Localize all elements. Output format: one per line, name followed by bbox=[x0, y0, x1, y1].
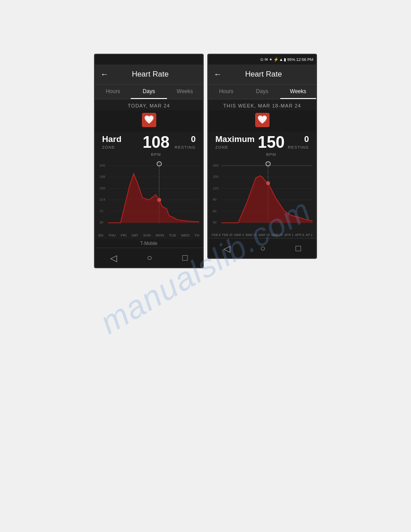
right-top-bar: ← Heart Rate bbox=[208, 64, 316, 84]
right-x-label-7: APR 8 bbox=[295, 233, 304, 236]
right-resting-label: RESTING bbox=[288, 145, 309, 150]
svg-marker-15 bbox=[108, 173, 199, 223]
left-resting-label: RESTING bbox=[174, 145, 196, 150]
right-status-icons: ⊙ ✉ ✦ ⚡ ▲ ▮ 95% 12:56 PM bbox=[260, 57, 313, 62]
left-status-bar-placeholder bbox=[95, 55, 203, 64]
right-date-header: THIS WEEK, MAR 18-MAR 24 bbox=[208, 99, 316, 110]
right-zone-label: ZONE bbox=[215, 145, 255, 150]
svg-text:114: 114 bbox=[99, 197, 106, 202]
right-x-labels: FEB 8 FEB 25 MAR 4 MAR 11 MAR 18 MAR 25 … bbox=[208, 232, 316, 238]
left-x-label-4: SUN bbox=[143, 233, 151, 237]
right-tab-hours[interactable]: Hours bbox=[208, 85, 244, 99]
left-date-header: TODAY, MAR 24 bbox=[95, 99, 203, 110]
left-bottom-nav: ◁ ○ □ bbox=[95, 248, 203, 267]
left-nav-home[interactable]: ○ bbox=[147, 253, 152, 263]
right-x-label-2: MAR 4 bbox=[234, 233, 244, 236]
left-heart-icon-container bbox=[95, 110, 203, 132]
left-tab-weeks[interactable]: Weeks bbox=[167, 85, 203, 99]
svg-text:30: 30 bbox=[99, 220, 103, 224]
right-nav-recent[interactable]: □ bbox=[295, 243, 301, 253]
right-stats-row: Maximum ZONE 150 BPM 0 RESTING bbox=[208, 132, 316, 159]
right-status-bar: ⊙ ✉ ✦ ⚡ ▲ ▮ 95% 12:56 PM bbox=[208, 55, 316, 64]
left-x-label-3: SAT bbox=[132, 233, 138, 237]
right-x-label-5: MAR 25 bbox=[271, 233, 283, 236]
battery-icon: ▮ bbox=[284, 57, 286, 62]
left-bpm-label: BPM bbox=[138, 152, 174, 157]
right-bpm-value: 150 bbox=[255, 134, 288, 150]
left-phone: ← Heart Rate Hours Days Weeks TODAY, MAR… bbox=[94, 54, 204, 268]
right-title: Heart Rate bbox=[227, 70, 300, 79]
left-tab-hours[interactable]: Hours bbox=[95, 85, 131, 99]
right-nav-home[interactable]: ○ bbox=[260, 243, 265, 253]
svg-text:198: 198 bbox=[99, 175, 106, 179]
right-back-button[interactable]: ← bbox=[214, 70, 222, 79]
left-back-button[interactable]: ← bbox=[100, 70, 108, 79]
left-bpm-value: 108 bbox=[138, 134, 174, 150]
left-heart-icon bbox=[142, 113, 156, 127]
left-zone-label: ZONE bbox=[102, 145, 138, 150]
right-tab-days[interactable]: Days bbox=[244, 85, 280, 99]
svg-text:90: 90 bbox=[213, 197, 217, 202]
right-heart-icon bbox=[255, 113, 270, 127]
mail-icon: ✉ bbox=[265, 57, 268, 62]
left-stat-bpm: 108 BPM bbox=[138, 134, 174, 157]
left-x-label-6: TUE bbox=[169, 233, 176, 237]
svg-text:72: 72 bbox=[99, 209, 103, 213]
left-tab-bar: Hours Days Weeks bbox=[95, 84, 203, 99]
left-nav-back[interactable]: ◁ bbox=[110, 253, 117, 263]
left-tab-days[interactable]: Days bbox=[131, 85, 167, 99]
phones-container: ← Heart Rate Hours Days Weeks TODAY, MAR… bbox=[94, 54, 317, 268]
location-icon: ✦ bbox=[269, 57, 273, 62]
left-stats-row: Hard ZONE 108 BPM 0 RESTING bbox=[95, 132, 203, 159]
svg-text:240: 240 bbox=[99, 163, 106, 167]
svg-text:30: 30 bbox=[213, 220, 217, 224]
svg-point-16 bbox=[158, 198, 161, 202]
right-zone-value: Maximum bbox=[215, 134, 255, 144]
right-bpm-label: BPM bbox=[255, 152, 288, 157]
right-resting-value: 0 bbox=[288, 134, 309, 144]
right-x-label-3: MAR 11 bbox=[245, 233, 257, 236]
right-x-label-8: AP 1 bbox=[306, 233, 313, 236]
left-stat-zone: Hard ZONE bbox=[102, 134, 138, 150]
right-x-label-6: APR 1 bbox=[284, 233, 293, 236]
wifi-icon: ⊙ bbox=[260, 57, 264, 62]
left-chart-area: 240 198 156 114 72 30 bbox=[95, 159, 203, 232]
right-x-label-0: FEB 8 bbox=[212, 233, 220, 236]
right-nav-back[interactable]: ◁ bbox=[223, 243, 230, 254]
right-stat-zone: Maximum ZONE bbox=[215, 134, 255, 150]
left-chart-svg: 240 198 156 114 72 30 bbox=[98, 160, 199, 231]
left-x-label-8: TH bbox=[194, 233, 199, 237]
right-phone: ⊙ ✉ ✦ ⚡ ▲ ▮ 95% 12:56 PM ← Heart Rate Ho… bbox=[207, 54, 317, 259]
left-top-bar: ← Heart Rate bbox=[95, 64, 203, 84]
left-zone-value: Hard bbox=[102, 134, 138, 144]
right-x-label-4: MAR 18 bbox=[258, 233, 270, 236]
left-title: Heart Rate bbox=[114, 70, 187, 79]
left-carrier: T-Mobile bbox=[95, 239, 203, 248]
right-stat-resting: 0 RESTING bbox=[288, 134, 309, 150]
svg-point-33 bbox=[266, 181, 270, 185]
right-chart-area: 180 150 120 90 60 30 bbox=[208, 159, 316, 232]
right-heart-icon-container bbox=[208, 110, 316, 132]
signal-icon: ▲ bbox=[279, 57, 283, 62]
bluetooth-icon: ⚡ bbox=[274, 57, 278, 62]
left-stat-resting: 0 RESTING bbox=[174, 134, 196, 150]
right-tab-bar: Hours Days Weeks bbox=[208, 84, 316, 99]
svg-text:156: 156 bbox=[99, 186, 106, 190]
svg-text:60: 60 bbox=[213, 209, 217, 213]
left-x-label-2: FRI bbox=[121, 233, 127, 237]
svg-text:120: 120 bbox=[213, 186, 219, 190]
left-x-label-5: MON bbox=[156, 233, 164, 237]
left-x-label-0: ED bbox=[98, 233, 103, 237]
left-resting-value: 0 bbox=[174, 134, 196, 144]
time-display: 12:56 PM bbox=[296, 57, 313, 62]
left-x-label-1: THU bbox=[108, 233, 116, 237]
left-x-labels: ED THU FRI SAT SUN MON TUE WED TH bbox=[95, 232, 203, 239]
right-tab-weeks[interactable]: Weeks bbox=[280, 85, 316, 99]
right-bottom-nav: ◁ ○ □ bbox=[208, 238, 316, 258]
svg-text:180: 180 bbox=[213, 163, 219, 167]
left-nav-recent[interactable]: □ bbox=[182, 253, 188, 263]
svg-text:150: 150 bbox=[213, 175, 219, 179]
right-chart-svg: 180 150 120 90 60 30 bbox=[212, 160, 313, 231]
right-stat-bpm: 150 BPM bbox=[255, 134, 288, 157]
right-x-label-1: FEB 25 bbox=[222, 233, 232, 236]
